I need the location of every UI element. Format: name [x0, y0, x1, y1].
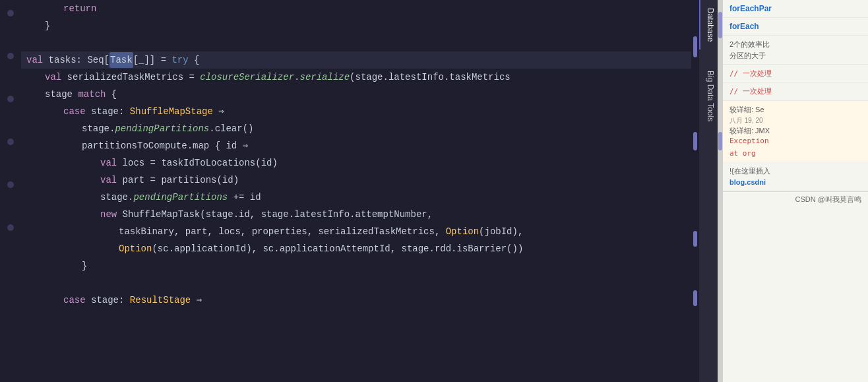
- code-line-option-sc: Option(sc.applicationId), sc.application…: [21, 240, 691, 257]
- plain-brace2: }: [82, 258, 87, 274]
- plain-part: part = partitions(id): [123, 172, 239, 188]
- gutter-dot-3: [7, 96, 14, 102]
- kw-match: match: [78, 86, 106, 102]
- scrollbar-thumb-2: [693, 132, 697, 150]
- rp-text-partition: 分区的大于: [729, 50, 861, 61]
- code-line-pending-plus: stage.pendingPartitions += id: [21, 189, 691, 206]
- plain-arrow1: ⇒: [213, 104, 224, 119]
- rp-code-exception: Exception: [729, 136, 861, 147]
- code-line-partitions-map: partitionsToCompute.map { id ⇒: [21, 137, 691, 154]
- code-line-brace1: }: [21, 17, 691, 34]
- plain-match-brace: {: [106, 86, 117, 102]
- scrollbar-thumb-1: [693, 36, 697, 57]
- highlight-task: Task: [109, 52, 133, 68]
- rp-code-at-org: at org: [729, 149, 756, 158]
- plain-arrow2: ⇒: [191, 292, 202, 308]
- rp-item-insert: !{在这里插入 blog.csdni: [723, 162, 868, 191]
- scrollbar-thumb-4: [693, 290, 697, 306]
- right-panel-thumb-1: [718, 12, 722, 38]
- rp-text-blog-sub: 较详细: JMX: [729, 125, 861, 137]
- code-line-val-locs: val locs = taskIdToLocations(id): [21, 154, 691, 172]
- rp-meta-date: 八月 19, 20: [729, 115, 861, 125]
- code-line-task-binary: taskBinary, part, locs, properties, seri…: [21, 223, 691, 240]
- rp-text-insert: !{在这里插入: [729, 167, 770, 175]
- plain-partitions-map: partitionsToCompute.map { id ⇒: [82, 138, 248, 154]
- type-option2: Option: [119, 241, 152, 257]
- plain-task-binary: taskBinary, part, locs, properties, seri…: [119, 224, 446, 239]
- gutter-dot-2: [7, 53, 14, 59]
- code-line-case-result: case stage: ResultStage ⇒: [21, 292, 691, 309]
- gutter-dot-6: [7, 224, 14, 231]
- gutter-dot-5: [7, 181, 14, 188]
- plain-stage: stage: [45, 86, 78, 102]
- rp-text-efficiency: 2个的效率比: [729, 40, 770, 48]
- code-line-val-part: val part = partitions(id): [21, 172, 691, 189]
- plain-sc: (sc.applicationId), sc.applicationAttemp…: [152, 241, 523, 257]
- plain-case1: stage:: [86, 104, 130, 119]
- rp-item-foreach: forEach: [723, 18, 868, 36]
- rp-item-comment1: // 一次处理: [723, 65, 868, 83]
- kw-try: try: [171, 52, 188, 68]
- rp-item-foreach-par: forEachPar: [723, 0, 868, 18]
- plain-serialized: serializedTaskMetrics =: [67, 69, 201, 85]
- code-line-val-tasks: val tasks: Seq[Task[_]] = try {: [21, 51, 691, 69]
- scrollbar-thumb-3: [693, 231, 697, 247]
- plain-tasks: tasks: Seq[: [49, 52, 109, 68]
- method-pending1: pendingPartitions: [115, 121, 209, 137]
- plain-plus-id: += id: [228, 189, 261, 205]
- rp-link-blog[interactable]: blog.csdni: [729, 177, 861, 188]
- code-line-return: return: [21, 0, 691, 17]
- plain-stage2: stage.: [82, 121, 115, 137]
- code-line-brace2: }: [21, 257, 691, 274]
- rp-text-blog-main: 较详细: Se: [729, 106, 764, 113]
- gutter: [0, 0, 21, 382]
- type-option1: Option: [446, 224, 479, 239]
- kw-case2: case: [63, 292, 86, 308]
- rp-item-blog: 较详细: Se 八月 19, 20 较详细: JMX Exception at …: [723, 101, 868, 163]
- rp-code-comment1: // 一次处理: [729, 69, 772, 78]
- rp-link-foreach-par[interactable]: forEachPar: [729, 3, 861, 15]
- plain-shuffle-task: ShuffleMapTask(stage.id, stage.latestInf…: [117, 207, 433, 222]
- code-line-stage-match: stage match {: [21, 86, 691, 103]
- plain-locs: locs = taskIdToLocations(id): [123, 155, 278, 171]
- kw-val4: val: [100, 172, 123, 188]
- code-line-blank2: [21, 274, 691, 292]
- gutter-dot-1: [7, 10, 14, 16]
- rp-item-efficiency: 2个的效率比 分区的大于: [723, 36, 868, 65]
- tab-bar: Database Big Data Tools: [699, 0, 718, 382]
- type-result: ResultStage: [130, 292, 191, 308]
- plain-bracket: [_]] =: [133, 52, 172, 68]
- code-line-new-shuffle: new ShuffleMapTask(stage.id, stage.lates…: [21, 206, 691, 223]
- code-line-serialized: val serializedTaskMetrics = closureSeria…: [21, 69, 691, 86]
- plain-args: (stage.latestInfo.taskMetrics: [350, 69, 511, 85]
- rp-footer-text: CSDN @叫我莫言鸣: [795, 195, 861, 203]
- rp-link-foreach[interactable]: forEach: [729, 20, 861, 32]
- method-serializer: closureSerializer: [200, 69, 294, 85]
- kw-new: new: [100, 207, 117, 222]
- code-scrollbar[interactable]: [691, 0, 699, 382]
- code-line-pending-clear: stage.pendingPartitions.clear(): [21, 120, 691, 137]
- plain-clear: .clear(): [209, 121, 253, 137]
- rp-code-comment2: // 一次处理: [729, 87, 772, 96]
- kw-case1: case: [63, 104, 86, 119]
- code-line-blank1: [21, 34, 691, 51]
- right-panel-scrollbar[interactable]: [718, 0, 723, 382]
- code-line-case-shuffle: case stage: ShuffleMapStage ⇒: [21, 103, 691, 120]
- right-panel-thumb-2: [718, 132, 722, 150]
- type-shuffle: ShuffleMapStage: [130, 104, 213, 119]
- method-serialize: serialize: [299, 69, 350, 85]
- tab-database-label: Database: [706, 8, 715, 42]
- kw-val1: val: [26, 52, 49, 68]
- plain-case2: stage:: [86, 292, 130, 308]
- right-panel: forEachPar forEach 2个的效率比 分区的大于 // 一次处理 …: [723, 0, 868, 382]
- code-area: return } val tasks: Seq[Task[_]] = try {…: [21, 0, 691, 382]
- plain-open: {: [189, 52, 200, 68]
- tab-bigdata-label: Big Data Tools: [706, 71, 715, 121]
- tab-bigdata[interactable]: Big Data Tools: [699, 63, 718, 129]
- kw-val2: val: [45, 69, 67, 85]
- rp-item-comment2: // 一次处理: [723, 82, 868, 101]
- gutter-dot-4: [7, 139, 14, 145]
- tab-database[interactable]: Database: [699, 0, 718, 49]
- plain-jobid: (jobId),: [479, 224, 523, 239]
- rp-footer: CSDN @叫我莫言鸣: [723, 191, 868, 207]
